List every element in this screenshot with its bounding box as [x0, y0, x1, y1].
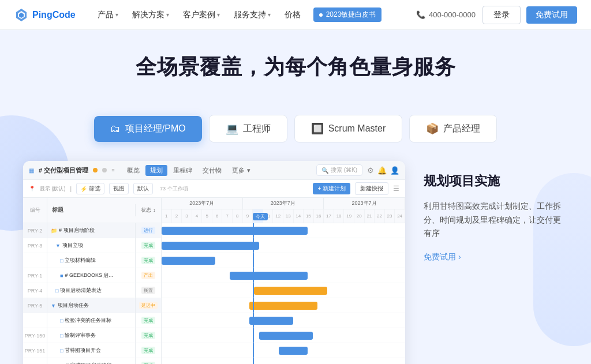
gantt-grid: 编号 标题 状态 ↕ PRY-2 📁 # 项目启动阶段 进行	[23, 198, 405, 364]
today-line	[253, 283, 254, 298]
month-3: 2023年7月	[324, 198, 405, 209]
tab-plan[interactable]: 规划	[145, 165, 167, 176]
chart-row-3	[162, 268, 405, 283]
col-header-title: 标题	[47, 204, 136, 216]
timeline-day-21: 21	[365, 209, 375, 223]
timeline-day-22: 22	[375, 209, 385, 223]
search-box[interactable]: 🔍 搜索 (⌘K)	[316, 164, 362, 176]
row-title[interactable]: 📁 # 项目启动阶段	[47, 223, 136, 238]
role-tab-scrum[interactable]: 🔲 Scrum Master	[294, 115, 403, 142]
row-title[interactable]: □ 甘特图项目开会	[47, 343, 136, 358]
row-num	[23, 253, 47, 268]
nav-item-solution[interactable]: 解决方案 ▾	[126, 6, 175, 24]
gantt-left-panel: 编号 标题 状态 ↕ PRY-2 📁 # 项目启动阶段 进行	[23, 198, 162, 364]
free-trial-link[interactable]: 免费试用 ›	[424, 252, 568, 262]
nav-item-price[interactable]: 价格	[279, 6, 306, 24]
new-plan-button[interactable]: + 新建计划	[313, 183, 350, 194]
col-header-status: 状态 ↕	[136, 204, 161, 216]
timeline-day-7: 7	[222, 209, 233, 223]
timeline-day-8: 8	[233, 209, 243, 223]
today-line	[253, 238, 254, 253]
panel-title: 规划项目实施	[424, 172, 568, 190]
chart-row-5	[162, 298, 405, 313]
gantt-bar[interactable]	[162, 257, 215, 265]
row-title[interactable]: ■ # GEEKBOOKS 启...	[47, 268, 136, 283]
gantt-bar[interactable]	[249, 317, 293, 325]
row-title[interactable]: □ 检验冲突的任务目标	[47, 313, 136, 328]
toolbar-tabs: 概览 规划 里程碑 交付物 更多 ▾	[122, 165, 255, 176]
table-row: PRY-1 ■ # GEEKBOOKS 启... 产出	[23, 268, 161, 283]
gantt-bar[interactable]	[162, 227, 308, 235]
row-title[interactable]: ▼ 项目启动任务	[47, 298, 136, 313]
row-num: PRY-151	[23, 343, 47, 358]
timeline-day-1: 1	[162, 209, 172, 223]
filter-button[interactable]: ⚡ 筛选	[76, 183, 104, 194]
nav-item-product[interactable]: 产品 ▾	[92, 6, 124, 24]
gantt-bar[interactable]	[279, 347, 308, 355]
today-line	[253, 358, 254, 364]
navbar: PingCode 产品 ▾ 解决方案 ▾ 客户案例 ▾ 服务支持 ▾ 价格 20	[0, 0, 591, 30]
table-row: PRY-150 □ 输制评审事务 完成	[23, 328, 161, 343]
row-num: PRY-2	[23, 223, 47, 238]
logo[interactable]: PingCode	[14, 7, 76, 22]
tab-delivery[interactable]: 交付物	[198, 165, 226, 176]
row-title[interactable]: ◆ # 完成项目启动阶段...	[47, 358, 136, 364]
chevron-down-icon: ▾	[268, 12, 271, 18]
timeline-day-18: 18	[334, 209, 345, 223]
row-status: 完成	[136, 328, 161, 343]
row-title[interactable]: ▼ 项目立项	[47, 238, 136, 253]
chart-row-2	[162, 253, 405, 268]
tab-overview[interactable]: 概览	[122, 165, 144, 176]
role-tab-pmo[interactable]: 🗂 项目经理/PMO	[94, 116, 202, 142]
gantt-bar[interactable]	[249, 302, 317, 310]
gantt-bar[interactable]	[162, 242, 259, 250]
free-trial-button[interactable]: 免费试用	[526, 6, 577, 24]
timeline-days: 123456789101112131415161718192021222324	[162, 209, 405, 223]
settings-icon[interactable]: ⚙	[367, 166, 374, 175]
timeline-day-16: 16	[314, 209, 324, 223]
grid-icon: ▦	[29, 167, 34, 174]
task-icon: □	[60, 258, 63, 264]
nav-item-support[interactable]: 服务支持 ▾	[228, 6, 276, 24]
default-button[interactable]: 默认	[133, 183, 153, 194]
timeline-day-14: 14	[294, 209, 304, 223]
login-button[interactable]: 登录	[482, 6, 521, 24]
status-badge: 搁置	[141, 287, 155, 294]
row-title[interactable]: □ 输制评审事务	[47, 328, 136, 343]
gantt-bar[interactable]	[254, 287, 327, 295]
today-line	[253, 253, 254, 268]
row-title[interactable]: □ 项目启动清楚表达	[47, 283, 136, 298]
chart-row-0: 今天	[162, 223, 405, 238]
row-num: PRY-1	[23, 268, 47, 283]
tab-milestone[interactable]: 里程碑	[169, 165, 197, 176]
zoom-label: 显示 (默认)	[40, 185, 66, 193]
logo-text: PingCode	[32, 10, 76, 20]
nav-item-case[interactable]: 客户案例 ▾	[177, 6, 226, 24]
phone-icon: 📞	[416, 10, 425, 19]
status-dot-gray	[102, 168, 107, 172]
tab-more[interactable]: 更多 ▾	[227, 165, 255, 176]
view-button[interactable]: 视图	[109, 183, 129, 194]
chart-row-7	[162, 328, 405, 343]
chart-row-6	[162, 313, 405, 328]
row-status: 完成	[136, 313, 161, 328]
role-tab-product[interactable]: 📦 产品经理	[409, 115, 497, 142]
row-num	[23, 313, 47, 328]
new-quick-button[interactable]: 新建快报	[355, 182, 388, 195]
list-icon[interactable]: ☰	[393, 185, 399, 193]
role-tab-engineer[interactable]: 💻 工程师	[209, 115, 287, 142]
user-icon[interactable]: 👤	[390, 166, 399, 175]
row-title[interactable]: □ 立项材料编辑	[47, 253, 136, 268]
toolbar-icons: ⚙ 🔔 👤	[367, 166, 399, 175]
gantt-bar[interactable]	[259, 332, 313, 340]
gantt-bar[interactable]	[230, 272, 308, 280]
table-row: PRY-5 ▼ 项目启动任务 延迟中	[23, 298, 161, 313]
timeline-day-4: 4	[192, 209, 203, 223]
today-line	[253, 328, 254, 343]
status-badge: 完成	[141, 242, 155, 249]
nav-badge-whitepaper[interactable]: 2023敏捷白皮书	[313, 7, 382, 22]
timeline-day-15: 15	[304, 209, 314, 223]
bell-icon[interactable]: 🔔	[377, 166, 387, 175]
task-icon: □	[55, 288, 58, 294]
timeline-day-12: 12	[273, 209, 283, 223]
